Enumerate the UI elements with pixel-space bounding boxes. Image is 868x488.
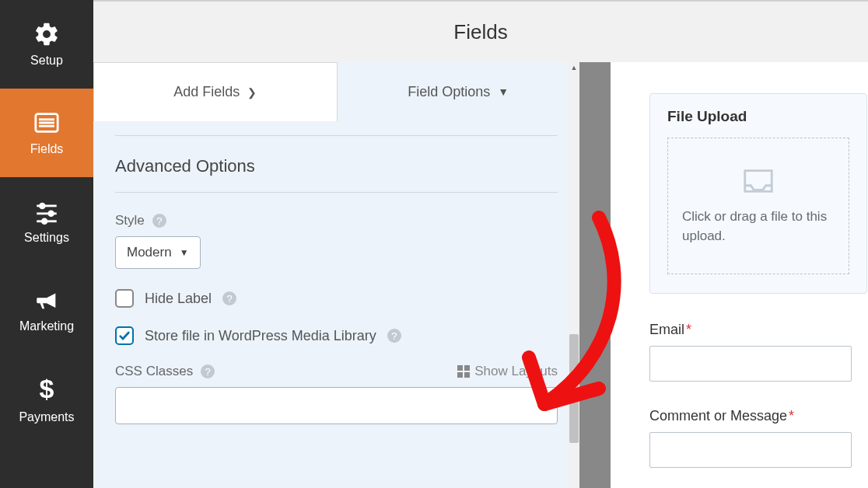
show-layouts-button[interactable]: Show Layouts: [457, 364, 558, 379]
email-label: Email: [649, 322, 684, 337]
panel-scrollbar[interactable]: ▲: [569, 62, 579, 488]
hide-label-text: Hide Label: [145, 291, 212, 307]
tab-add-fields[interactable]: Add Fields ❯: [93, 62, 338, 121]
sidebar-item-label: Fields: [30, 142, 64, 156]
divider: [115, 192, 558, 193]
help-icon[interactable]: ?: [222, 291, 236, 305]
scroll-up-icon: ▲: [569, 62, 579, 73]
sidebar-item-label: Settings: [24, 231, 69, 245]
sliders-icon: [33, 198, 60, 225]
divider: [115, 135, 558, 136]
gear-icon: [33, 21, 60, 47]
store-file-text: Store file in WordPress Media Library: [145, 328, 376, 344]
show-layouts-label: Show Layouts: [474, 364, 558, 379]
css-classes-input[interactable]: [115, 387, 558, 424]
required-asterisk: *: [789, 408, 794, 424]
svg-point-9: [42, 219, 47, 224]
inbox-icon: [740, 166, 776, 197]
scroll-thumb[interactable]: [569, 334, 579, 443]
hide-label-checkbox[interactable]: [115, 289, 134, 308]
chevron-down-icon: ▼: [498, 85, 509, 98]
list-icon: [33, 110, 60, 136]
sidebar-item-marketing[interactable]: Marketing: [0, 266, 93, 354]
page-title: Fields: [453, 20, 507, 44]
sidebar-item-settings[interactable]: Settings: [0, 177, 93, 266]
section-advanced-options: Advanced Options: [115, 156, 558, 176]
style-select[interactable]: Modern ▼: [115, 236, 201, 269]
bullhorn-icon: [33, 287, 60, 313]
sidebar-item-setup[interactable]: Setup: [0, 0, 93, 89]
panel-gap: [579, 62, 611, 488]
tab-field-options[interactable]: Field Options ▼: [338, 62, 580, 121]
dollar-icon: $: [40, 374, 54, 404]
store-file-checkbox[interactable]: [115, 326, 134, 345]
sidebar-item-label: Payments: [19, 410, 74, 424]
comment-label: Comment or Message: [649, 408, 787, 424]
help-icon[interactable]: ?: [387, 329, 401, 343]
css-classes-label: CSS Classes: [115, 364, 193, 379]
file-drop-zone[interactable]: Click or drag a file to this upload.: [667, 138, 849, 274]
topbar: Fields: [93, 0, 868, 62]
tab-label: Field Options: [408, 84, 490, 100]
style-label: Style: [115, 213, 145, 228]
sidebar-item-label: Marketing: [19, 319, 74, 333]
svg-point-5: [40, 204, 45, 208]
chevron-down-icon: ▼: [180, 247, 189, 258]
required-asterisk: *: [686, 322, 691, 337]
file-upload-field[interactable]: File Upload Click or drag a file to this…: [649, 93, 867, 294]
help-icon[interactable]: ?: [201, 364, 215, 378]
help-icon[interactable]: ?: [152, 214, 166, 228]
file-drop-text: Click or drag a file to this upload.: [668, 207, 849, 246]
file-upload-title: File Upload: [667, 108, 849, 125]
svg-point-7: [49, 211, 54, 216]
chevron-right-icon: ❯: [247, 86, 257, 99]
grid-icon: [457, 365, 470, 378]
tab-label: Add Fields: [173, 84, 240, 100]
comment-field[interactable]: [649, 432, 852, 468]
form-preview: File Upload Click or drag a file to this…: [611, 62, 868, 488]
sidebar-item-fields[interactable]: Fields: [0, 89, 93, 177]
sidebar-item-label: Setup: [30, 54, 63, 68]
style-value: Modern: [127, 245, 172, 260]
sidebar-item-payments[interactable]: $ Payments: [0, 354, 93, 443]
email-field[interactable]: [649, 346, 852, 382]
